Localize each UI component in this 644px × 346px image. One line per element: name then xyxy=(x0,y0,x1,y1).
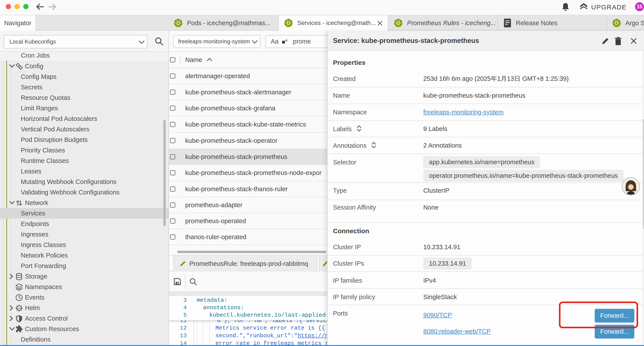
svg-text:HELM: HELM xyxy=(16,307,22,310)
